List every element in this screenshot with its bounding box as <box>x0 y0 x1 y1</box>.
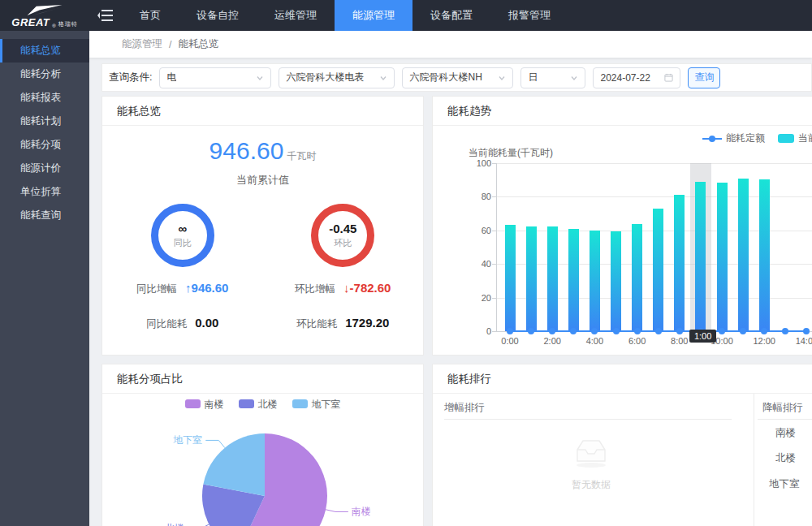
sidebar-item-energy-overview[interactable]: 能耗总览 <box>0 39 89 63</box>
period-select[interactable]: 日 <box>520 67 585 88</box>
nav-item-device-autocontrol[interactable]: 设备自控 <box>179 0 257 31</box>
top-nav-bar: GREAT® 格瑞特 首页 设备自控 运维管理 能源管理 设备配置 报警管理 <box>0 0 812 31</box>
breadcrumb-parent[interactable]: 能源管理 <box>122 37 162 51</box>
sidebar-item-energy-pricing[interactable]: 能源计价 <box>0 157 89 180</box>
main-menu: 首页 设备自控 运维管理 能源管理 设备配置 报警管理 <box>122 0 568 31</box>
sidebar-item-energy-subentry[interactable]: 能耗分项 <box>0 133 89 157</box>
yoy-ring: ∞ 同比 <box>151 204 214 267</box>
breadcrumb-separator: / <box>169 39 171 50</box>
total-consumption-unit: 千瓦时 <box>287 150 316 162</box>
pie-legend-basement[interactable]: 地下室 <box>292 398 341 412</box>
pie-legend-south[interactable]: 南楼 <box>185 398 224 412</box>
y-axis-tick-label: 60 <box>467 226 491 235</box>
legend-swatch-icon <box>292 399 308 408</box>
trend-bar[interactable] <box>568 229 579 331</box>
sidebar: 能耗总览 能耗分析 能耗报表 能耗计划 能耗分项 能源计价 单位折算 能耗查询 <box>0 31 89 526</box>
date-picker[interactable]: 2024-07-22 <box>593 67 680 88</box>
trend-bar[interactable] <box>674 195 685 331</box>
calendar-icon <box>664 73 673 82</box>
quota-line-dot[interactable] <box>528 328 534 334</box>
y-axis-tick-label: 40 <box>467 259 491 269</box>
decrease-ranking-rule <box>758 419 812 420</box>
sidebar-item-energy-report[interactable]: 能耗报表 <box>0 86 89 110</box>
trend-bar[interactable] <box>759 179 770 331</box>
quota-line-dot[interactable] <box>676 328 683 334</box>
nav-item-ops-management[interactable]: 运维管理 <box>257 0 335 31</box>
energy-ranking-card: 能耗排行 增幅排行 降幅排行 南楼 北楼 地下室 暂无数据 <box>432 364 812 526</box>
quota-line-dot[interactable] <box>634 328 641 334</box>
yoy-column: ∞ 同比 同比增幅 ↑946.60 同比能耗 0.00 <box>102 204 263 331</box>
trend-bar[interactable] <box>547 226 558 331</box>
pie-chart: 南楼北楼地下室 <box>102 394 423 526</box>
quota-line-dot[interactable] <box>613 328 620 334</box>
y-axis-tick-label: 20 <box>467 293 491 303</box>
pie-legend-north[interactable]: 北楼 <box>239 398 278 412</box>
trend-bar[interactable] <box>526 226 537 331</box>
nav-item-energy-management[interactable]: 能源管理 <box>335 0 412 31</box>
y-axis-tick-label: 100 <box>467 158 491 168</box>
mom-growth-row: 环比增幅 ↓-782.60 <box>295 281 391 296</box>
x-axis-tick-label: 6:00 <box>621 336 654 346</box>
trend-bar[interactable] <box>611 231 621 331</box>
nav-item-alarm-management[interactable]: 报警管理 <box>490 0 568 31</box>
pie-label-leader-line <box>205 440 225 447</box>
trend-bar[interactable] <box>738 179 749 331</box>
sidebar-item-energy-query[interactable]: 能耗查询 <box>0 204 89 227</box>
trend-bar[interactable] <box>505 225 516 331</box>
meter-node-select[interactable]: 六院骨科大楼NH <box>402 67 513 88</box>
empty-text: 暂无数据 <box>546 478 636 492</box>
quota-line-dot[interactable] <box>740 328 746 334</box>
logo-swoosh-icon <box>26 5 63 16</box>
logo-chinese-name: 格瑞特 <box>58 20 78 28</box>
y-axis-tick-label: 80 <box>467 192 491 201</box>
trend-chart: 0204060801000:002:004:006:008:0010:0012:… <box>433 126 812 356</box>
trend-bar[interactable] <box>590 231 600 331</box>
pie-slice-label: 北楼 <box>165 523 184 526</box>
building-meter-select[interactable]: 六院骨科大楼电表 <box>279 67 395 88</box>
quota-line-dot[interactable] <box>761 328 767 334</box>
trend-bar[interactable] <box>653 209 663 331</box>
quota-line-dot[interactable] <box>655 328 662 334</box>
logo-registered-mark: ® <box>52 24 55 28</box>
yoy-ring-value: ∞ <box>178 222 187 235</box>
overview-card-title: 能耗总览 <box>102 97 423 126</box>
trend-bar[interactable] <box>632 224 642 331</box>
energy-type-select[interactable]: 电 <box>159 67 271 88</box>
y-axis-line <box>496 163 497 331</box>
yoy-growth-row: 同比增幅 ↑946.60 <box>136 281 228 296</box>
quota-line-dot[interactable] <box>782 328 788 334</box>
yoy-growth-value: 946.60 <box>192 281 229 295</box>
mom-ring-label: 环比 <box>334 237 352 249</box>
rank-item-north[interactable]: 北楼 <box>775 451 796 465</box>
search-button[interactable]: 查询 <box>688 67 720 88</box>
x-axis-tick-label: 2:00 <box>536 336 568 346</box>
mom-column: -0.45 环比 环比增幅 ↓-782.60 环比能耗 1729.20 <box>263 204 424 331</box>
menu-fold-icon[interactable] <box>89 0 122 31</box>
down-arrow-icon: ↓ <box>343 281 350 295</box>
quota-line-dot[interactable] <box>507 328 513 334</box>
trend-bar[interactable] <box>695 182 706 331</box>
nav-item-home[interactable]: 首页 <box>122 0 179 31</box>
energy-overview-card: 能耗总览 946.60千瓦时 当前累计值 ∞ 同比 同比增幅 ↑946.60 <box>102 96 424 356</box>
axis-pointer-label: 1:00 <box>689 330 716 343</box>
quota-line-dot[interactable] <box>570 328 577 334</box>
total-consumption: 946.60千瓦时 <box>102 126 423 165</box>
rank-item-basement[interactable]: 地下室 <box>769 477 800 491</box>
company-logo: GREAT® 格瑞特 <box>0 0 89 31</box>
quota-line-dot[interactable] <box>591 328 598 334</box>
total-consumption-label: 当前累计值 <box>102 173 423 188</box>
ranking-card-title: 能耗排行 <box>433 364 812 394</box>
trend-bar[interactable] <box>717 183 728 331</box>
breadcrumb-current: 能耗总览 <box>178 37 218 51</box>
mom-ring: -0.45 环比 <box>311 204 374 267</box>
sidebar-item-energy-plan[interactable]: 能耗计划 <box>0 110 89 133</box>
sidebar-item-unit-conversion[interactable]: 单位折算 <box>0 180 89 204</box>
mom-energy-row: 环比能耗 1729.20 <box>296 316 389 331</box>
rank-item-south[interactable]: 南楼 <box>775 426 796 440</box>
quota-line-dot[interactable] <box>803 328 810 334</box>
sidebar-item-energy-analysis[interactable]: 能耗分析 <box>0 63 89 86</box>
nav-item-device-config[interactable]: 设备配置 <box>412 0 490 31</box>
quota-line-dot[interactable] <box>549 328 555 334</box>
quota-line-dot[interactable] <box>719 328 725 334</box>
x-axis-tick-label: 0:00 <box>494 336 526 346</box>
